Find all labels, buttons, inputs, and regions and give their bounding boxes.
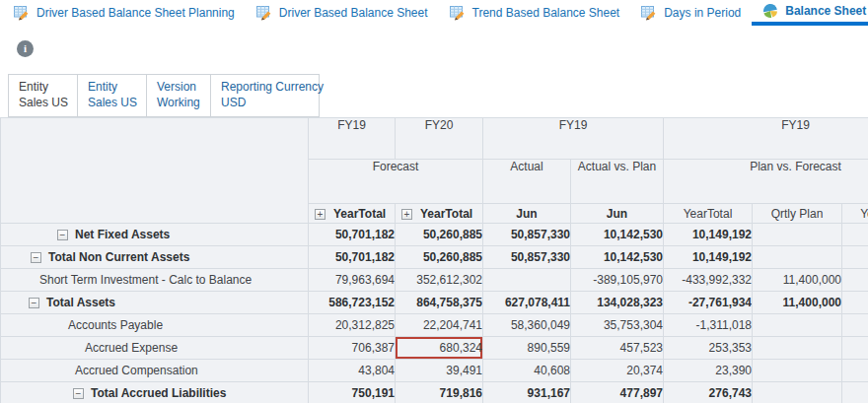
info-icon[interactable]: i [17,40,34,57]
data-cell[interactable] [842,292,868,314]
row-header-accrued-expense[interactable]: Accrued Expense [1,337,309,360]
data-cell[interactable]: 10,142,530 [571,246,664,269]
data-cell[interactable]: 719,816 [396,382,483,403]
data-cell[interactable]: 20,374 [571,360,664,382]
data-cell[interactable]: 864,758,375 [396,292,483,314]
cell-value: 23,390 [715,364,752,377]
row-header-total-non-current-assets[interactable]: −Total Non Current Assets [1,246,309,269]
data-cell[interactable]: 352,612,302 [396,269,483,292]
cell-value: 20,312,825 [335,318,395,332]
data-cell[interactable]: 477,897 [571,382,664,403]
expand-icon[interactable]: + [315,209,326,220]
data-cell[interactable]: 50,260,885 [396,224,483,246]
data-cell[interactable] [753,246,842,269]
row-header-total-assets[interactable]: −Total Assets [1,292,309,314]
tab-bar: Driver Based Balance Sheet PlanningDrive… [0,0,868,26]
data-cell[interactable]: 706,387 [309,337,396,360]
data-cell[interactable]: 586,723,152 [309,292,396,314]
row-header-net-fixed-assets[interactable]: −Net Fixed Assets [1,224,309,246]
tab-label: Balance Sheet - Forecast [785,4,868,18]
data-cell[interactable] [842,246,868,269]
data-cell[interactable] [753,337,842,360]
data-cell[interactable]: 11,400,000 [753,269,842,292]
data-cell[interactable]: 750,191 [309,382,396,403]
data-cell[interactable]: 35,753,304 [571,314,664,337]
pov-member-value[interactable]: Working [157,95,200,110]
pov-entity[interactable]: EntitySales US [78,75,147,116]
tab-balance-sheet-forecast[interactable]: Balance Sheet - Forecast [752,0,868,26]
tab-driver-based-balance-sheet-planning[interactable]: Driver Based Balance Sheet Planning [3,0,246,26]
data-cell[interactable] [753,360,842,382]
data-cell[interactable]: 457,523 [571,337,664,360]
row-header-short-term-investment-calc-to-balance[interactable]: Short Term Investment - Calc to Balance [1,269,309,292]
data-cell[interactable]: 627,078,411 [483,292,571,314]
data-cell[interactable] [753,314,842,337]
data-cell[interactable]: 50,857,330 [483,246,571,269]
collapse-icon[interactable]: − [57,230,68,240]
data-cell[interactable]: 39,491 [396,360,483,382]
data-cell[interactable] [842,337,868,360]
tab-driver-based-balance-sheet[interactable]: Driver Based Balance Sheet [246,0,439,26]
cell-value: 40,608 [534,364,570,377]
data-cell[interactable] [842,269,868,292]
cell-value: -389,105,970 [593,273,663,287]
data-cell[interactable]: 79,963,694 [309,269,396,292]
pov-member-value[interactable]: USD [221,95,309,110]
data-cell[interactable]: 10,149,192 [664,224,753,246]
data-cell[interactable]: 23,390 [664,360,753,382]
data-cell[interactable] [753,224,842,246]
data-cell[interactable]: 134,028,323 [571,292,664,314]
data-cell[interactable]: 40,608 [483,360,571,382]
data-cell[interactable]: 890,559 [483,337,571,360]
pov-bar: EntitySales USEntitySales USVersionWorki… [8,74,320,117]
row-member-label: Accounts Payable [68,318,163,332]
data-cell[interactable]: -1,311,018 [664,314,753,337]
data-cell[interactable] [842,224,868,246]
data-cell[interactable] [842,382,868,403]
pov-member-value[interactable]: Sales US [88,95,136,110]
data-cell[interactable] [483,269,571,292]
data-cell[interactable]: 20,312,825 [309,314,396,337]
data-cell[interactable]: 10,142,530 [571,224,664,246]
data-cell[interactable]: -27,761,934 [664,292,753,314]
cell-value: 22,204,741 [423,318,482,332]
pov-version[interactable]: VersionWorking [147,75,211,116]
data-cell[interactable]: 50,857,330 [483,224,571,246]
data-cell[interactable]: 931,167 [483,382,571,403]
data-cell[interactable]: 10,149,192 [664,246,753,269]
cell-value: 20,374 [626,364,663,377]
collapse-icon[interactable]: − [29,298,39,308]
pov-reporting-currency[interactable]: Reporting CurrencyUSD [211,75,319,116]
data-cell[interactable]: 22,204,741 [396,314,483,337]
cell-value: 79,963,694 [335,273,395,287]
data-cell[interactable]: 50,701,182 [309,246,396,269]
data-cell[interactable]: 11,400,000 [753,292,842,314]
row-header-accrued-compensation[interactable]: Accrued Compensation [1,360,309,382]
data-cell[interactable] [842,314,868,337]
cell-value: 58,360,049 [511,318,570,332]
data-cell[interactable]: 276,743 [664,382,753,403]
data-cell[interactable] [842,360,868,382]
row-header-total-accrued-liabilities[interactable]: −Total Accrued Liabilities [1,382,309,403]
data-cell[interactable]: 58,360,049 [483,314,571,337]
collapse-icon[interactable]: − [31,252,41,263]
column-year-header: FY20 [396,118,483,160]
data-cell[interactable]: 43,804 [309,360,396,382]
collapse-icon[interactable]: − [73,388,84,399]
row-header-accounts-payable[interactable]: Accounts Payable [1,314,309,337]
expand-icon[interactable]: + [401,209,412,220]
data-cell[interactable]: 253,353 [664,337,753,360]
data-cell[interactable]: -389,105,970 [571,269,664,292]
column-scenario-header: Plan vs. Forecast [664,160,868,204]
form-icon [14,5,30,21]
data-cell[interactable] [753,382,842,403]
data-cell[interactable]: 50,260,885 [396,246,483,269]
column-year-header: FY19 [664,118,868,160]
data-cell[interactable]: -433,992,332 [664,269,753,292]
column-member-header: Jun [483,204,571,224]
tab-days-in-period[interactable]: Days in Period [630,0,752,26]
data-cell-edited[interactable]: 680,324 [396,337,483,360]
data-cell[interactable]: 50,701,182 [309,224,396,246]
tab-trend-based-balance-sheet[interactable]: Trend Based Balance Sheet [439,0,631,26]
tab-label: Days in Period [664,6,741,20]
